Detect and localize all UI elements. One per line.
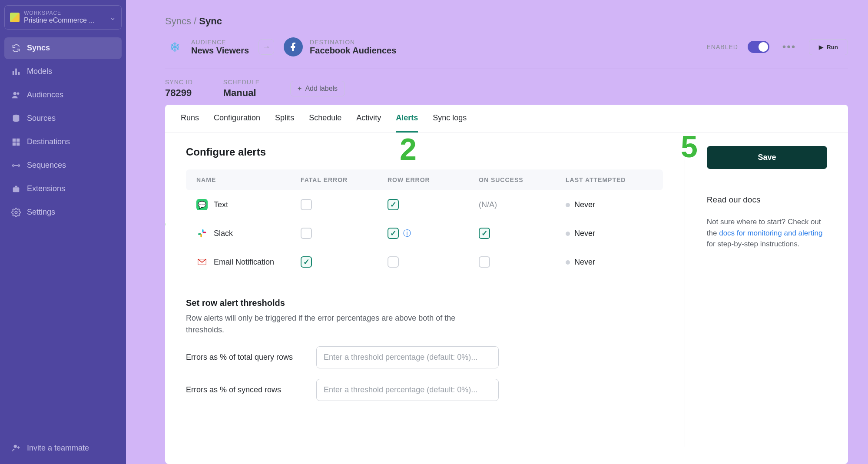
sidebar-item-models[interactable]: Models <box>4 61 122 83</box>
chevron-down-icon: ⌄ <box>109 13 116 22</box>
table-header: NAME FATAL ERROR ROW ERROR ON SUCCESS LA… <box>186 169 663 190</box>
grid-icon <box>11 137 21 147</box>
checkbox-row[interactable] <box>388 256 399 268</box>
plus-icon: + <box>298 85 301 93</box>
col-last: LAST ATTEMPTED <box>566 176 653 183</box>
svg-point-14 <box>15 211 17 214</box>
alerts-table: NAME FATAL ERROR ROW ERROR ON SUCCESS LA… <box>186 169 663 276</box>
svg-rect-18 <box>200 234 202 237</box>
audience-pill: ❄ AUDIENCE News Viewers <box>165 37 249 56</box>
tab-alerts[interactable]: Alerts <box>396 105 418 133</box>
annotation-5: 5 <box>681 133 698 164</box>
sidebar-item-label: Audiences <box>27 90 63 99</box>
sidebar-item-sequences[interactable]: Sequences <box>4 155 122 176</box>
alerts-title: Configure alerts <box>186 146 663 158</box>
snowflake-icon: ❄ <box>165 37 184 56</box>
enabled-toggle[interactable] <box>748 41 769 53</box>
sidebar-item-destinations[interactable]: Destinations <box>4 131 122 153</box>
puzzle-icon <box>11 184 21 194</box>
sidebar-item-extensions[interactable]: Extensions <box>4 178 122 200</box>
col-row: ROW ERROR <box>388 176 479 183</box>
sidebar-item-label: Extensions <box>27 184 65 193</box>
users-icon <box>11 90 21 100</box>
sidebar-item-audiences[interactable]: Audiences <box>4 84 122 106</box>
tab-schedule[interactable]: Schedule <box>309 105 341 133</box>
sync-meta: SYNC ID 78299 SCHEDULE Manual + Add labe… <box>165 69 848 99</box>
vertical-divider <box>685 146 685 447</box>
svg-point-10 <box>13 165 14 166</box>
breadcrumb: Syncs / Sync <box>165 16 848 27</box>
sidebar-item-label: Syncs <box>27 43 50 53</box>
threshold-query-input[interactable] <box>316 346 499 368</box>
destination-pill: DESTINATION Facebook Audiences <box>284 37 396 56</box>
table-row: 💬 Text (N/A) Never <box>186 190 663 219</box>
sidebar-item-label: Models <box>27 67 52 76</box>
invite-teammate-button[interactable]: Invite a teammate <box>4 437 122 459</box>
slack-icon <box>196 228 208 239</box>
run-label: Run <box>827 44 838 50</box>
tab-configuration[interactable]: Configuration <box>214 105 260 133</box>
enabled-label: ENABLED <box>707 43 738 50</box>
sidebar-nav: Syncs Models Audiences Sources Destinati… <box>4 37 122 223</box>
chart-icon <box>11 67 21 76</box>
audience-name: News Viewers <box>191 46 249 56</box>
database-icon <box>11 114 21 123</box>
workspace-switcher[interactable]: WORKSPACE Pristine eCommerce ... ⌄ <box>4 5 122 30</box>
sidebar-item-settings[interactable]: Settings <box>4 202 122 223</box>
checkbox-fatal[interactable] <box>301 199 312 210</box>
play-icon: ▶ <box>819 44 823 50</box>
tab-sync-logs[interactable]: Sync logs <box>433 105 467 133</box>
field-label-query-rows: Errors as % of total query rows <box>186 353 308 362</box>
user-plus-icon <box>11 443 21 453</box>
tab-activity[interactable]: Activity <box>356 105 381 133</box>
svg-rect-13 <box>15 186 17 187</box>
row-name: Text <box>214 200 228 209</box>
svg-rect-6 <box>13 138 16 141</box>
sidebar-item-sources[interactable]: Sources <box>4 108 122 129</box>
sidebar-item-syncs[interactable]: Syncs <box>4 37 122 59</box>
run-button[interactable]: ▶ Run <box>809 39 848 55</box>
row-name: Email Notification <box>214 258 274 267</box>
sms-icon: 💬 <box>196 199 208 210</box>
flow-icon <box>11 161 21 170</box>
checkbox-row[interactable] <box>388 228 399 239</box>
checkbox-success[interactable] <box>479 256 490 268</box>
add-labels-text: Add labels <box>305 85 338 93</box>
status-dot-icon <box>566 232 570 236</box>
workspace-logo-icon <box>10 13 20 22</box>
gear-icon <box>11 208 21 217</box>
svg-rect-7 <box>17 138 20 141</box>
checkbox-fatal[interactable] <box>301 256 312 268</box>
svg-point-3 <box>13 92 17 95</box>
checkbox-fatal[interactable] <box>301 228 312 239</box>
workspace-name: Pristine eCommerce ... <box>24 16 95 24</box>
status-dot-icon <box>566 203 570 207</box>
threshold-synced-input[interactable] <box>316 379 499 401</box>
save-button[interactable]: Save <box>707 146 827 169</box>
thresholds-help: Row alerts will only be triggered if the… <box>186 312 490 336</box>
svg-rect-2 <box>18 72 20 74</box>
sidebar-item-label: Sequences <box>27 161 66 170</box>
svg-point-4 <box>17 92 20 95</box>
checkbox-row[interactable] <box>388 199 399 210</box>
add-labels-button[interactable]: + Add labels <box>290 81 345 96</box>
checkbox-success[interactable] <box>479 228 490 239</box>
thresholds-title: Set row alert thresholds <box>186 298 663 308</box>
sync-icon <box>11 43 21 53</box>
sync-id-label: SYNC ID <box>165 79 193 86</box>
status-dot-icon <box>566 260 570 265</box>
svg-rect-9 <box>17 142 20 145</box>
tab-splits[interactable]: Splits <box>275 105 294 133</box>
breadcrumb-current: Sync <box>199 16 222 27</box>
breadcrumb-root[interactable]: Syncs <box>165 16 191 27</box>
more-menu-button[interactable]: ••• <box>779 39 799 55</box>
tabs: Runs Configuration Splits Schedule Activ… <box>165 105 848 133</box>
svg-rect-1 <box>15 68 17 75</box>
tab-runs[interactable]: Runs <box>181 105 199 133</box>
invite-label: Invite a teammate <box>27 444 89 453</box>
facebook-icon <box>284 37 303 56</box>
svg-rect-19 <box>203 232 206 233</box>
audience-label: AUDIENCE <box>191 39 249 46</box>
docs-link[interactable]: docs for monitoring and alerting <box>719 229 822 237</box>
info-icon[interactable]: ⓘ <box>403 228 411 239</box>
